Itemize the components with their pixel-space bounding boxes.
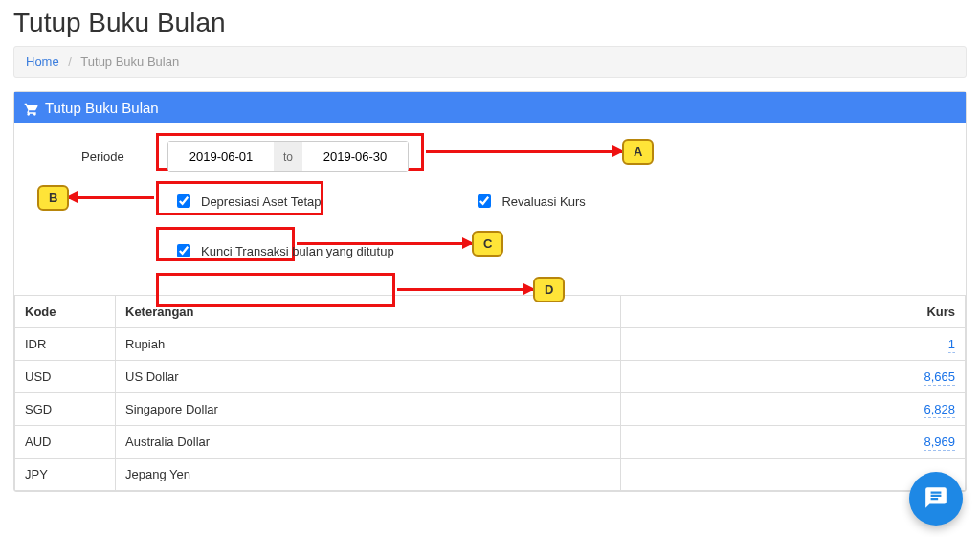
form-area: Periode to Depresiasi Aset Tetap Revalua…	[14, 123, 966, 295]
cell-kurs[interactable]: 6,828	[621, 393, 966, 426]
revaluasi-check-row: Revaluasi Kurs	[468, 186, 594, 216]
cell-keterangan: Rupiah	[116, 328, 621, 361]
cell-kode: JPY	[15, 459, 116, 491]
depresiasi-label: Depresiasi Aset Tetap	[201, 194, 322, 209]
cell-keterangan: Singapore Dollar	[116, 393, 621, 426]
depresiasi-check-row: Depresiasi Aset Tetap	[167, 186, 331, 216]
depresiasi-checkbox[interactable]	[177, 194, 190, 208]
table-header-row: Kode Keterangan Kurs	[15, 296, 966, 328]
table-row: JPY Jepang Yen	[15, 459, 966, 491]
chat-icon	[924, 485, 948, 493]
cell-keterangan: Jepang Yen	[116, 459, 621, 491]
revaluasi-checkbox[interactable]	[478, 194, 491, 208]
periode-row: Periode to	[33, 141, 947, 172]
cell-kurs[interactable]: 1	[621, 328, 966, 361]
breadcrumb: Home / Tutup Buku Bulan	[13, 46, 967, 78]
table-row: SGD Singapore Dollar 6,828	[15, 393, 966, 426]
revaluasi-label: Revaluasi Kurs	[501, 194, 585, 209]
kunci-checkbox[interactable]	[177, 244, 190, 257]
periode-date-separator: to	[274, 142, 302, 171]
periode-label: Periode	[33, 149, 167, 164]
breadcrumb-home-link[interactable]: Home	[26, 55, 59, 69]
col-keterangan-header: Keterangan	[116, 296, 621, 328]
kunci-label: Kunci Transaksi bulan yang ditutup	[201, 244, 394, 258]
cell-kode: USD	[15, 361, 116, 393]
breadcrumb-current: Tutup Buku Bulan	[80, 55, 179, 69]
periode-date-from-input[interactable]	[168, 142, 274, 171]
breadcrumb-separator: /	[68, 55, 72, 69]
cell-keterangan: Australia Dollar	[116, 426, 621, 459]
table-row: AUD Australia Dollar 8,969	[15, 426, 966, 459]
cell-keterangan: US Dollar	[116, 361, 621, 393]
main-panel: Tutup Buku Bulan A B C D Periode to	[13, 91, 967, 492]
cell-kurs[interactable]: 8,665	[621, 361, 966, 393]
panel-header: Tutup Buku Bulan	[14, 92, 966, 123]
cell-kurs[interactable]: 8,969	[621, 426, 966, 459]
kunci-check-row: Kunci Transaksi bulan yang ditutup	[167, 235, 404, 266]
cell-kode: SGD	[15, 393, 116, 426]
table-row: USD US Dollar 8,665	[15, 361, 966, 393]
kurs-table: Kode Keterangan Kurs IDR Rupiah 1 USD US…	[14, 295, 966, 491]
page-title: Tutup Buku Bulan	[13, 8, 980, 38]
table-row: IDR Rupiah 1	[15, 328, 966, 361]
cell-kode: IDR	[15, 328, 116, 361]
cell-kode: AUD	[15, 426, 116, 459]
col-kurs-header: Kurs	[621, 296, 966, 328]
periode-date-range: to	[167, 141, 409, 172]
periode-date-to-input[interactable]	[302, 142, 408, 171]
panel-title: Tutup Buku Bulan	[45, 100, 159, 116]
col-kode-header: Kode	[15, 296, 116, 328]
cart-icon	[24, 101, 39, 115]
